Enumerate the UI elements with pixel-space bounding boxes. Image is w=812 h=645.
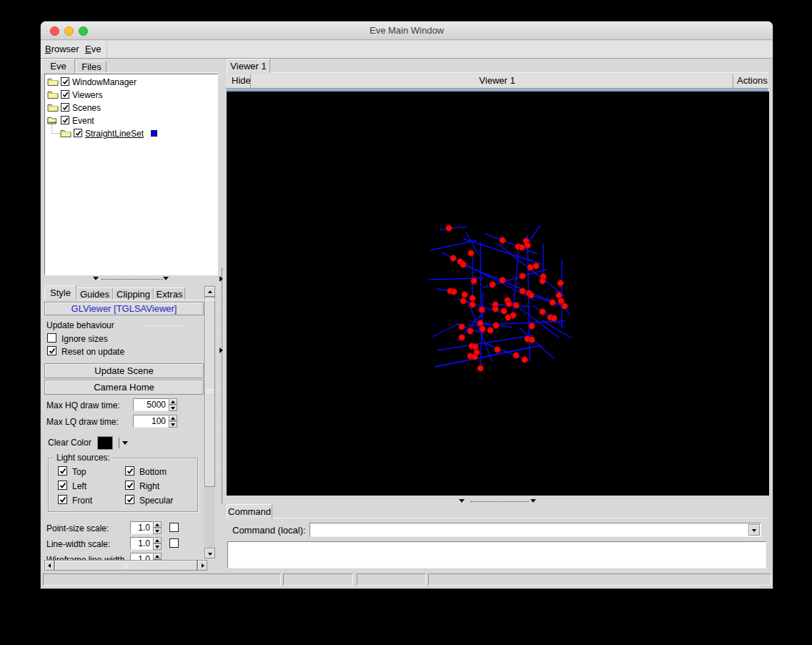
number-entry-max-lq[interactable]: 100	[133, 415, 169, 428]
vscrollbar-thumb[interactable]	[204, 297, 215, 487]
tree-item-label[interactable]: WindowManager	[72, 77, 137, 87]
tab-extras[interactable]: Extras	[154, 287, 185, 300]
spinner-buttons[interactable]	[169, 398, 177, 411]
folder-icon	[60, 128, 71, 141]
tab-command[interactable]: Command	[227, 504, 272, 518]
spinner-buttons[interactable]	[169, 415, 177, 428]
list-tree[interactable]: WindowManagerViewersScenesEventStraightL…	[44, 74, 218, 275]
scroll-down-button[interactable]	[204, 548, 215, 558]
splitter-arrow-right-icon[interactable]	[219, 276, 223, 282]
viewer-command-splitter[interactable]	[470, 501, 529, 502]
update-scene-button[interactable]: Update Scene	[44, 363, 204, 378]
spin-down-button[interactable]	[153, 528, 162, 534]
splitter-arrow-down-icon[interactable]	[459, 499, 465, 503]
splitter-arrow-right-icon[interactable]	[219, 348, 223, 353]
menu-browser[interactable]: Browser	[45, 41, 79, 58]
scene-point	[505, 315, 511, 320]
light-checkbox-top[interactable]	[58, 466, 67, 476]
scale-field-label: Line-width scale:	[46, 539, 110, 549]
scene-line	[432, 322, 460, 337]
spin-down-button[interactable]	[169, 421, 177, 428]
light-checkbox-bottom[interactable]	[125, 466, 134, 476]
spin-up-button[interactable]	[153, 553, 162, 559]
dropdown-arrow-icon	[752, 529, 756, 532]
scene-point	[528, 292, 534, 298]
menu-eve[interactable]: Eve	[85, 41, 101, 58]
spin-up-button[interactable]	[169, 415, 177, 421]
scroll-right-button[interactable]	[197, 560, 207, 571]
vscrollbar-grip	[207, 389, 213, 393]
tree-item-checkbox[interactable]	[61, 90, 69, 99]
command-output[interactable]	[227, 541, 766, 568]
tree-item-scenes[interactable]: Scenes	[45, 102, 217, 114]
tab-eve[interactable]: Eve	[41, 59, 75, 73]
scene-point	[480, 326, 485, 332]
splitter-arrow-down-icon[interactable]	[163, 277, 169, 280]
clear-color-dropdown-icon[interactable]	[122, 441, 128, 445]
scroll-left-button[interactable]	[44, 560, 54, 571]
light-checkbox-specular[interactable]	[125, 495, 134, 504]
editor-vscrollbar[interactable]	[204, 286, 215, 558]
tab-files[interactable]: Files	[76, 61, 107, 73]
command-combobox[interactable]	[310, 523, 761, 537]
checkbox-ignore-sizes[interactable]	[47, 333, 56, 343]
title-bar[interactable]: Eve Main Window	[41, 21, 773, 40]
tab-clipping[interactable]: Clipping	[113, 287, 154, 300]
scene-point	[506, 301, 512, 307]
scene-point	[533, 263, 539, 269]
color-chip[interactable]	[151, 130, 157, 137]
status-part-1	[43, 573, 281, 586]
panel-splitter[interactable]	[222, 268, 222, 504]
command-dropdown-button[interactable]	[748, 524, 760, 536]
tree-item-label[interactable]: Scenes	[72, 103, 101, 113]
scale-entry[interactable]: 1.0	[130, 553, 153, 560]
tree-item-viewers[interactable]: Viewers	[45, 89, 217, 102]
tree-item-straightlineset[interactable]: StraightLineSet	[45, 127, 217, 140]
clear-color-swatch[interactable]	[97, 436, 113, 450]
spin-down-icon	[171, 407, 175, 410]
spin-down-button[interactable]	[153, 543, 162, 550]
spin-down-button[interactable]	[169, 405, 177, 411]
spinner-buttons[interactable]	[153, 521, 162, 534]
scale-checkbox[interactable]	[169, 538, 179, 548]
tree-item-checkbox[interactable]	[61, 103, 69, 112]
hscrollbar-thumb[interactable]	[54, 560, 197, 571]
scroll-up-button[interactable]	[204, 286, 215, 297]
editor-hscrollbar[interactable]	[44, 560, 207, 571]
gl-viewport[interactable]	[227, 92, 769, 496]
checkbox-reset-on-update[interactable]	[47, 346, 56, 355]
spinner-buttons[interactable]	[153, 537, 162, 550]
actions-button[interactable]: Actions	[737, 74, 768, 88]
scale-field-label: Point-size scale:	[46, 523, 109, 533]
scene-point	[459, 324, 465, 330]
tree-editor-splitter[interactable]	[102, 279, 163, 280]
tree-item-label[interactable]: Event	[72, 116, 94, 126]
scale-entry[interactable]: 1.0	[130, 521, 153, 534]
spin-up-button[interactable]	[153, 537, 162, 543]
light-checkbox-front[interactable]	[58, 495, 67, 504]
splitter-arrow-down-icon[interactable]	[93, 277, 99, 280]
tab-style[interactable]: Style	[44, 285, 76, 300]
splitter-arrow-down-icon[interactable]	[530, 499, 536, 503]
tree-item-label[interactable]: Viewers	[72, 90, 102, 100]
spinner-buttons[interactable]	[153, 553, 162, 560]
camera-home-button[interactable]: Camera Home	[44, 380, 204, 395]
light-checkbox-left[interactable]	[58, 481, 67, 490]
command-local-label: Command (local):	[232, 525, 306, 536]
spin-up-button[interactable]	[169, 398, 177, 405]
scale-checkbox[interactable]	[169, 523, 179, 532]
scene-point	[525, 242, 530, 248]
tab-viewer-1[interactable]: Viewer 1	[227, 59, 270, 73]
tree-item-windowmanager[interactable]: WindowManager	[45, 76, 217, 89]
tree-item-checkbox[interactable]	[61, 116, 69, 124]
tab-guides[interactable]: Guides	[76, 287, 113, 300]
tree-item-label[interactable]: StraightLineSet	[85, 129, 144, 139]
spin-up-button[interactable]	[153, 521, 162, 528]
light-checkbox-right[interactable]	[125, 481, 134, 490]
tree-item-event[interactable]: Event	[45, 114, 217, 127]
viewer-toolbar-title: Viewer 1	[226, 74, 768, 88]
tree-item-checkbox[interactable]	[74, 129, 82, 137]
number-entry-max-hq[interactable]: 5000	[133, 398, 169, 411]
scale-entry[interactable]: 1.0	[130, 537, 153, 550]
tree-item-checkbox[interactable]	[61, 77, 69, 86]
